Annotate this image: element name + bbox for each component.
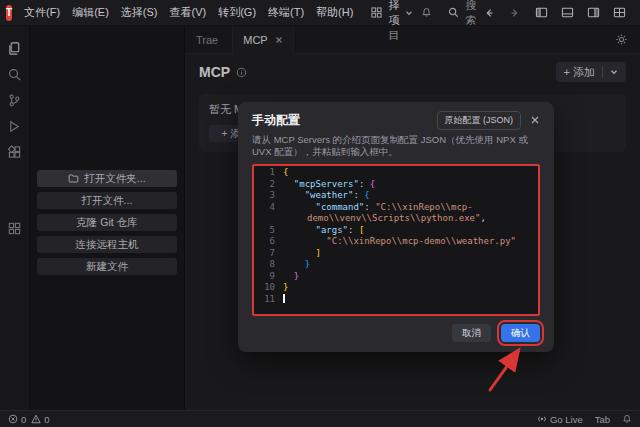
menu-file[interactable]: 文件(F) [18, 3, 66, 22]
line-number: 7 [259, 248, 275, 260]
statusbar-right: Go Live Tab [537, 414, 632, 425]
menu-goto[interactable]: 转到(G) [212, 3, 262, 22]
line-number: 2 [259, 179, 275, 191]
global-search[interactable]: 搜索 [446, 0, 476, 28]
manual-config-modal: 手动配置 原始配置 (JSON) 请从 MCP Servers 的介绍页面复制配… [238, 102, 554, 352]
warning-icon [31, 414, 41, 424]
text-cursor [283, 294, 285, 303]
code-line[interactable]: 9 } [259, 271, 533, 283]
menu-edit[interactable]: 编辑(E) [66, 3, 115, 22]
go-live-label: Go Live [550, 414, 583, 425]
code-line[interactable]: 7 ] [259, 248, 533, 260]
code-line[interactable]: 5 "args": [ [259, 225, 533, 237]
config-json-editor[interactable]: 1{2 "mcpServers": {3 "weather": {4 "comm… [252, 164, 540, 316]
grid-icon [369, 5, 384, 20]
cancel-button[interactable]: 取消 [452, 324, 491, 342]
warnings-indicator[interactable]: 0 [31, 414, 49, 425]
menu-help[interactable]: 帮助(H) [310, 3, 359, 22]
modal-header: 手动配置 原始配置 (JSON) [252, 112, 540, 128]
status-bar: 0 0 Go Live Tab [0, 410, 640, 427]
toggle-sidebar-right-icon[interactable] [580, 0, 606, 26]
modal-title: 手动配置 [252, 112, 300, 129]
code-line[interactable]: 6 "C:\\xinRepo\\mcp-demo\\weather.py" [259, 236, 533, 248]
line-number: 1 [259, 167, 275, 179]
notifications-bell-icon[interactable] [622, 414, 632, 424]
nav-forward-button[interactable] [502, 0, 528, 26]
line-number: 3 [259, 190, 275, 202]
annotation-arrow [482, 344, 538, 396]
search-placeholder: 搜索 [465, 0, 476, 28]
code-line[interactable]: 4 "command": "C:\\xinRepo\\mcp-demo\\ven… [259, 202, 533, 225]
warnings-count: 0 [44, 414, 49, 425]
line-number: 6 [259, 236, 275, 248]
chevron-down-icon [403, 7, 415, 19]
code-line[interactable]: 2 "mcpServers": { [259, 179, 533, 191]
code-line[interactable]: 3 "weather": { [259, 190, 533, 202]
line-number: 5 [259, 225, 275, 237]
code-line[interactable]: 8 } [259, 259, 533, 271]
modal-footer: 取消 确认 [252, 324, 540, 342]
layout-customize-icon[interactable] [606, 0, 632, 26]
modal-description: 请从 MCP Servers 的介绍页面复制配置 JSON（优先使用 NPX 或… [252, 134, 540, 158]
code-line[interactable]: 11 [259, 294, 533, 306]
code-line[interactable]: 1{ [259, 167, 533, 179]
app-logo: T [6, 5, 12, 21]
tab-indicator[interactable]: Tab [595, 414, 610, 425]
error-icon [8, 414, 18, 424]
line-number: 11 [259, 294, 275, 306]
bell-icon[interactable] [419, 5, 434, 20]
broadcast-icon [537, 414, 547, 424]
code-line[interactable]: 10} [259, 282, 533, 294]
toggle-panel-bottom-icon[interactable] [554, 0, 580, 26]
line-number: 4 [259, 202, 275, 225]
close-icon[interactable] [530, 115, 540, 125]
nav-back-button[interactable] [476, 0, 502, 26]
errors-indicator[interactable]: 0 [8, 414, 26, 425]
menu-select[interactable]: 选择(S) [115, 3, 164, 22]
raw-config-button[interactable]: 原始配置 (JSON) [437, 111, 522, 130]
window-minimize-button[interactable] [632, 0, 640, 26]
line-number: 10 [259, 282, 275, 294]
titlebar: T 文件(F) 编辑(E) 选择(S) 查看(V) 转到(G) 终端(T) 帮助… [0, 0, 640, 26]
toggle-sidebar-left-icon[interactable] [528, 0, 554, 26]
line-number: 8 [259, 259, 275, 271]
search-icon [446, 5, 461, 20]
confirm-button[interactable]: 确认 [501, 324, 540, 342]
titlebar-controls [476, 0, 640, 26]
menu-terminal[interactable]: 终端(T) [262, 3, 310, 22]
errors-count: 0 [21, 414, 26, 425]
code-lines: 1{2 "mcpServers": {3 "weather": {4 "comm… [259, 167, 533, 305]
go-live-button[interactable]: Go Live [537, 414, 583, 425]
line-number: 9 [259, 271, 275, 283]
menu-view[interactable]: 查看(V) [164, 3, 213, 22]
